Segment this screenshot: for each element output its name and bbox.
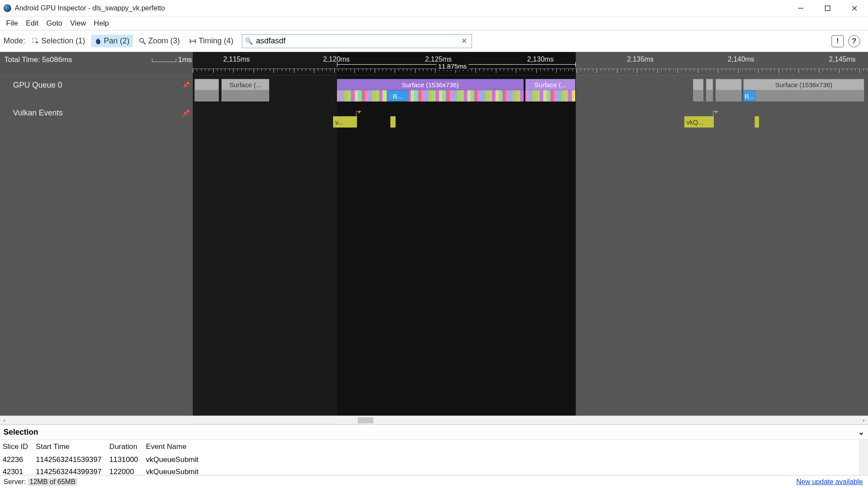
titlebar: Android GPU Inspector - dls_swappy_vk.pe… (0, 0, 868, 16)
gpu-slice[interactable]: Surface (1536x736) (743, 79, 864, 90)
gpu-slice[interactable]: Surface (1536x736) (337, 79, 524, 90)
gpu-slice-child-row[interactable] (706, 90, 713, 102)
mode-label: Mode: (3, 36, 25, 46)
server-memory: 12MB of 65MB (28, 478, 77, 486)
window-title: Android GPU Inspector - dls_swappy_vk.pe… (15, 4, 165, 12)
selection-body: Slice ID Start Time Duration Event Name … (0, 439, 868, 475)
track-vk-label: Vulkan Events (13, 108, 63, 118)
search-clear-icon[interactable]: ✕ (457, 36, 472, 46)
tick-label: 2,135ms (627, 56, 653, 63)
flow-arrow-icon (356, 111, 361, 116)
close-button[interactable] (841, 0, 868, 16)
mode-selection[interactable]: Selection (1) (29, 35, 89, 47)
track-gpu-queue[interactable]: GPU Queue 0 📌 Surface (...Surface (1536x… (0, 77, 868, 103)
scale-bracket-icon (152, 59, 176, 62)
toolbar: Mode: Selection (1) Pan (2) Zoom (3) Tim… (0, 30, 868, 52)
vulkan-slice[interactable] (390, 116, 396, 128)
menu-edit[interactable]: Edit (22, 18, 42, 29)
col-duration[interactable]: Duration (107, 440, 143, 454)
statusbar: Server: 12MB of 65MB New update availabl… (0, 475, 868, 488)
pin-icon[interactable]: 📌 (182, 82, 190, 88)
gpu-slice[interactable] (706, 79, 713, 90)
gpu-slice[interactable] (195, 79, 219, 90)
ruler-ticks (193, 69, 868, 75)
col-slice-id[interactable]: Slice ID (0, 440, 33, 454)
track-vulkan-events[interactable]: Vulkan Events 📌 v...vkQ... (0, 105, 868, 131)
gpu-slice-child-row[interactable] (337, 90, 524, 102)
svg-point-5 (140, 38, 144, 42)
gpu-slice[interactable]: Surface (... (221, 79, 269, 90)
vulkan-slice[interactable] (755, 116, 759, 128)
gpu-slice-child-row[interactable] (221, 90, 269, 102)
scale-label: 1ms (178, 56, 192, 64)
timeline-ruler: Total Time: 5s086ms 1ms 2,115ms2,120ms2,… (0, 52, 868, 75)
col-start-time[interactable]: Start Time (33, 440, 107, 454)
gpu-slice-child-row[interactable] (743, 90, 864, 102)
mode-selection-label: Selection (1) (41, 36, 85, 46)
selection-icon (32, 38, 39, 45)
menu-goto[interactable]: Goto (43, 18, 66, 29)
zoom-icon (139, 38, 146, 45)
gpu-sub-slice[interactable]: B... (387, 90, 409, 102)
gpu-slice-child-row[interactable] (195, 90, 219, 102)
scroll-right-icon[interactable]: › (859, 417, 868, 423)
gpu-slice-child-row[interactable] (693, 90, 703, 102)
svg-line-6 (143, 42, 145, 44)
search-field[interactable]: 🔍 ✕ (242, 34, 472, 48)
timeline[interactable]: Total Time: 5s086ms 1ms 2,115ms2,120ms2,… (0, 52, 868, 416)
mode-zoom-label: Zoom (3) (148, 36, 180, 46)
menu-file[interactable]: File (3, 18, 21, 29)
pin-icon[interactable]: 📌 (182, 109, 190, 116)
tick-label: 2,120ms (323, 56, 350, 63)
selection-table[interactable]: Slice ID Start Time Duration Event Name … (0, 440, 204, 475)
range-caption: 11.875ms (436, 62, 469, 70)
scroll-left-icon[interactable]: ‹ (0, 417, 9, 423)
vulkan-slice[interactable]: v... (333, 116, 357, 128)
gpu-slice-child-row[interactable] (525, 90, 575, 102)
svg-rect-1 (825, 6, 830, 10)
gpu-sub-slice[interactable]: B... (743, 90, 756, 102)
info-button[interactable]: ! (832, 35, 844, 47)
mode-pan[interactable]: Pan (2) (91, 35, 133, 47)
gpu-slice[interactable]: Surface (... (525, 79, 575, 90)
hand-icon (95, 38, 102, 45)
search-input[interactable] (256, 35, 457, 47)
help-button[interactable]: ? (848, 35, 860, 47)
vulkan-slice[interactable]: vkQ... (684, 116, 714, 128)
timing-icon (189, 38, 196, 45)
menubar: File Edit Goto View Help (0, 16, 868, 30)
tick-label: 2,130ms (527, 56, 554, 63)
scroll-thumb[interactable] (358, 417, 373, 423)
chevron-down-icon[interactable]: ⌄ (858, 427, 865, 437)
timeline-hscroll[interactable]: ‹ › (0, 416, 868, 424)
mode-timing-label: Timing (4) (198, 36, 233, 46)
table-row[interactable]: 4223611425632415393971131000vkQueueSubmi… (0, 454, 204, 466)
tick-label: 2,145ms (829, 56, 855, 63)
menu-view[interactable]: View (67, 18, 90, 29)
gpu-slice-child-row[interactable] (716, 90, 742, 102)
selection-header[interactable]: Selection ⌄ (0, 425, 868, 439)
table-row[interactable]: 423011142563244399397122000vkQueueSubmit (0, 466, 204, 475)
minimize-button[interactable] (787, 0, 814, 16)
selection-title: Selection (3, 428, 38, 437)
mode-timing[interactable]: Timing (4) (186, 35, 237, 47)
selection-panel: Selection ⌄ Slice ID Start Time Duration… (0, 424, 868, 475)
mode-zoom[interactable]: Zoom (3) (135, 35, 183, 47)
tick-labels: 2,115ms2,120ms2,125ms2,130ms2,135ms2,140… (193, 52, 868, 65)
tick-label: 2,115ms (223, 56, 250, 63)
track-gpu-label: GPU Queue 0 (13, 81, 62, 90)
app-icon (3, 4, 11, 12)
selection-vscroll[interactable] (859, 440, 868, 475)
tick-label: 2,140ms (728, 56, 754, 63)
maximize-button[interactable] (814, 0, 841, 16)
col-event-name[interactable]: Event Name (143, 440, 204, 454)
server-label: Server: (3, 478, 26, 486)
window-controls (787, 0, 868, 16)
search-icon: 🔍 (245, 37, 253, 45)
mode-pan-label: Pan (2) (104, 36, 129, 46)
gpu-slice[interactable] (716, 79, 742, 90)
gpu-slice[interactable] (693, 79, 703, 90)
total-time-label: Total Time: 5s086ms (4, 56, 72, 64)
update-link[interactable]: New update available (796, 478, 865, 486)
menu-help[interactable]: Help (90, 18, 112, 29)
